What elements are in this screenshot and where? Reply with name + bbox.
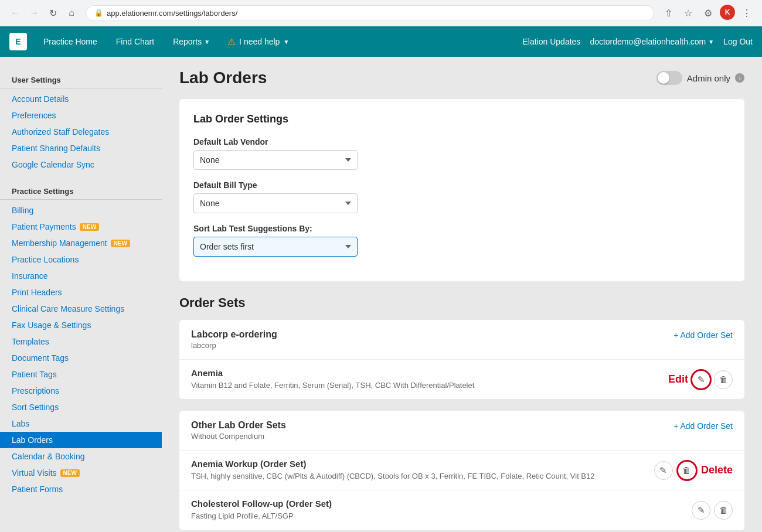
- other-lab-add-order-set-button[interactable]: + Add Order Set: [673, 421, 733, 431]
- top-navigation: E Practice Home Find Chart Reports ▼ ⚠ I…: [0, 26, 762, 57]
- cholesterol-followup-tests: Fasting Lipid Profile, ALT/SGP: [191, 511, 682, 521]
- sidebar-item-patient-payments[interactable]: Patient Payments NEW: [0, 219, 162, 235]
- sidebar-item-patient-sharing[interactable]: Patient Sharing Defaults: [0, 140, 162, 156]
- menu-button[interactable]: ⋮: [739, 5, 755, 21]
- account-dropdown-arrow: ▼: [708, 39, 714, 45]
- logout-label: Log Out: [723, 37, 753, 46]
- anemia-workup-actions: ✎ 🗑 Delete: [654, 460, 733, 481]
- cholesterol-followup-name: Cholesterol Follow-up (Order Set): [191, 499, 682, 509]
- nav-reports[interactable]: Reports ▼: [166, 33, 217, 50]
- sidebar-item-document-tags[interactable]: Document Tags: [0, 350, 162, 366]
- elation-logo[interactable]: E: [9, 33, 27, 50]
- nav-account-email[interactable]: doctordemo@elationhealth.com ▼: [590, 37, 714, 46]
- cholesterol-followup-edit-button[interactable]: ✎: [692, 501, 710, 520]
- sort-lab-test-label: Sort Lab Test Suggestions By:: [193, 224, 730, 233]
- lab-order-settings-title: Lab Order Settings: [193, 113, 730, 125]
- labcorp-group: Labcorp e-ordering labcorp + Add Order S…: [179, 320, 744, 399]
- cholesterol-followup-info: Cholesterol Follow-up (Order Set) Fastin…: [191, 499, 692, 521]
- admin-only-section: Admin only i: [656, 71, 744, 85]
- labcorp-group-header: Labcorp e-ordering labcorp + Add Order S…: [179, 320, 744, 360]
- nav-elation-updates[interactable]: Elation Updates: [523, 37, 581, 46]
- nav-practice-home-label: Practice Home: [43, 37, 97, 46]
- forward-button[interactable]: →: [26, 5, 42, 21]
- default-lab-vendor-group: Default Lab Vendor None: [193, 137, 730, 170]
- address-bar[interactable]: 🔒 app.elationemr.com/settings/laborders/: [86, 5, 654, 21]
- sidebar-item-membership[interactable]: Membership Management NEW: [0, 235, 162, 251]
- anemia-workup-name: Anemia Workup (Order Set): [191, 459, 645, 469]
- toggle-knob: [658, 72, 669, 84]
- trash-icon-3: 🗑: [719, 505, 728, 515]
- pencil-icon-3: ✎: [698, 505, 705, 516]
- sidebar-item-labs[interactable]: Labs: [0, 415, 162, 432]
- help-icon: ⚠: [227, 36, 236, 47]
- trash-icon-2: 🗑: [682, 465, 691, 475]
- edit-annotation-label: Edit: [668, 373, 688, 386]
- sidebar-item-lab-orders[interactable]: Lab Orders: [0, 432, 162, 448]
- sidebar-item-billing[interactable]: Billing: [0, 202, 162, 219]
- sidebar-item-prescriptions[interactable]: Prescriptions: [0, 383, 162, 399]
- sort-lab-test-select[interactable]: Order sets first Alphabetical Most used: [193, 237, 358, 257]
- account-email-label: doctordemo@elationhealth.com: [590, 37, 706, 46]
- main-content: Lab Orders Admin only i Lab Order Settin…: [162, 57, 762, 532]
- sidebar-item-calendar[interactable]: Calendar & Booking: [0, 448, 162, 465]
- sidebar-item-google-calendar[interactable]: Google Calendar Sync: [0, 156, 162, 173]
- browser-chrome: ← → ↻ ⌂ 🔒 app.elationemr.com/settings/la…: [0, 0, 762, 26]
- extensions-button[interactable]: ⚙: [700, 5, 716, 21]
- profile-avatar[interactable]: K: [720, 5, 735, 20]
- labcorp-anemia-actions: Edit ✎ 🗑: [668, 369, 733, 390]
- sidebar-item-insurance[interactable]: Insurance: [0, 268, 162, 284]
- admin-info-icon[interactable]: i: [735, 73, 744, 83]
- sidebar-item-print-headers[interactable]: Print Headers: [0, 284, 162, 301]
- sidebar-item-patient-forms[interactable]: Patient Forms: [0, 481, 162, 497]
- anemia-workup-delete-circle[interactable]: 🗑: [676, 460, 698, 481]
- default-lab-vendor-select[interactable]: None: [193, 150, 358, 170]
- elation-updates-label: Elation Updates: [523, 37, 581, 46]
- sidebar-item-sort-settings[interactable]: Sort Settings: [0, 399, 162, 415]
- sidebar-item-templates[interactable]: Templates: [0, 333, 162, 350]
- membership-badge: NEW: [111, 240, 130, 247]
- sidebar-item-virtual-visits[interactable]: Virtual Visits NEW: [0, 465, 162, 481]
- sidebar-item-patient-tags[interactable]: Patient Tags: [0, 366, 162, 383]
- back-button[interactable]: ←: [7, 5, 23, 21]
- labcorp-anemia-edit-button[interactable]: ✎: [690, 369, 712, 390]
- trash-icon: 🗑: [719, 374, 728, 384]
- nav-practice-home[interactable]: Practice Home: [36, 33, 104, 50]
- sidebar-item-fax[interactable]: Fax Usage & Settings: [0, 317, 162, 333]
- order-sets-title: Order Sets: [179, 295, 744, 311]
- sidebar-item-account-details[interactable]: Account Details: [0, 91, 162, 107]
- share-button[interactable]: ⇧: [660, 5, 676, 21]
- cholesterol-followup-actions: ✎ 🗑: [692, 501, 733, 520]
- other-lab-group-subtitle: Without Compendium: [191, 432, 286, 441]
- nav-find-chart-label: Find Chart: [116, 37, 154, 46]
- default-bill-type-select[interactable]: None: [193, 193, 358, 213]
- anemia-workup-edit-button[interactable]: ✎: [654, 461, 673, 480]
- other-lab-group-header: Other Lab Order Sets Without Compendium …: [179, 411, 744, 451]
- sidebar-item-practice-locations[interactable]: Practice Locations: [0, 251, 162, 268]
- other-lab-group: Other Lab Order Sets Without Compendium …: [179, 411, 744, 530]
- cholesterol-followup-delete-button[interactable]: 🗑: [714, 501, 733, 520]
- lock-icon: 🔒: [94, 9, 103, 17]
- sidebar-item-clinical-care[interactable]: Clinical Care Measure Settings: [0, 301, 162, 317]
- help-button[interactable]: ⚠ I need help ▼: [222, 33, 295, 51]
- labcorp-anemia-info: Anemia Vitamin B12 and Folate, Ferritin,…: [191, 368, 668, 391]
- virtual-visits-badge: NEW: [60, 469, 80, 477]
- labcorp-add-order-set-button[interactable]: + Add Order Set: [673, 330, 733, 340]
- patient-payments-badge: NEW: [80, 223, 99, 231]
- home-button[interactable]: ⌂: [63, 5, 80, 21]
- other-lab-group-title: Other Lab Order Sets: [191, 420, 286, 431]
- labcorp-anemia-tests: Vitamin B12 and Folate, Ferritin, Serum …: [191, 380, 659, 391]
- sidebar-item-preferences[interactable]: Preferences: [0, 107, 162, 124]
- bookmark-button[interactable]: ☆: [680, 5, 696, 21]
- nav-find-chart[interactable]: Find Chart: [109, 33, 161, 50]
- reload-button[interactable]: ↻: [45, 5, 61, 21]
- admin-only-toggle[interactable]: [656, 71, 682, 85]
- sidebar: User Settings Account Details Preference…: [0, 57, 162, 532]
- page-title: Lab Orders: [179, 69, 267, 87]
- help-dropdown-arrow: ▼: [283, 39, 289, 45]
- page-header: Lab Orders Admin only i: [179, 69, 744, 87]
- labcorp-anemia-delete-button[interactable]: 🗑: [714, 370, 733, 389]
- sort-lab-test-group: Sort Lab Test Suggestions By: Order sets…: [193, 224, 730, 257]
- nav-logout[interactable]: Log Out: [723, 37, 753, 46]
- sidebar-item-authorized-staff[interactable]: Authorized Staff Delegates: [0, 124, 162, 140]
- pencil-icon: ✎: [698, 374, 705, 385]
